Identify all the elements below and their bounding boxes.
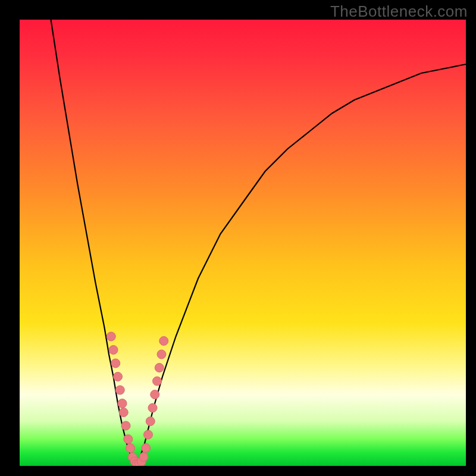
watermark-label: TheBottleneck.com	[330, 2, 468, 21]
chart-frame: TheBottleneck.com	[0, 0, 476, 476]
plot-area	[20, 20, 466, 466]
